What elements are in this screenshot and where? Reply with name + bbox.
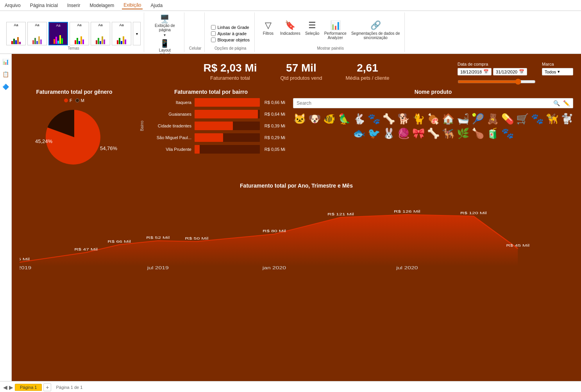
product-icon-11[interactable]: 🛁 <box>457 113 469 125</box>
bar-track-1[interactable] <box>195 110 260 118</box>
pie-label-right: 54,76% <box>100 145 117 151</box>
sidebar-icon-table[interactable]: 📋 <box>1 70 11 79</box>
product-icon-9[interactable]: 🍖 <box>427 113 440 125</box>
product-icon-26[interactable]: 🌿 <box>457 127 469 140</box>
sidebar-icon-model[interactable]: 🔷 <box>1 82 11 91</box>
bar-track-3[interactable] <box>195 133 260 142</box>
product-icon-14[interactable]: 💊 <box>501 113 514 125</box>
bar-label-3: São Miguel Paul... <box>145 135 191 140</box>
calendar-start-icon[interactable]: 📅 <box>483 69 489 74</box>
indicadores-icon: 🔖 <box>285 20 295 30</box>
product-icon-13[interactable]: 🧸 <box>486 113 499 125</box>
search-icon[interactable]: 🔍 <box>553 100 560 106</box>
bar-track-2[interactable] <box>195 122 260 130</box>
kpi-media: 2,61 Média pets / cliente <box>345 62 389 81</box>
edit-icon[interactable]: ✏️ <box>563 100 570 106</box>
point-label-6: R$ 121 Mil <box>327 212 354 217</box>
menu-ajuda[interactable]: Ajuda <box>149 2 164 9</box>
theme-6[interactable]: Aa <box>112 22 131 45</box>
theme-dropdown[interactable]: ▾ <box>133 22 141 45</box>
product-icon-25[interactable]: 🐕‍🦺 <box>442 127 454 140</box>
ajustar-grade-check[interactable]: Ajustar à grade <box>211 31 250 36</box>
product-icon-21[interactable]: 🐰 <box>383 127 395 140</box>
point-label-7: R$ 126 Mil <box>394 209 420 214</box>
product-icon-22[interactable]: 🧶 <box>397 127 410 140</box>
product-icon-8[interactable]: 🐈 <box>412 113 425 125</box>
calendar-end-icon[interactable]: 📅 <box>519 69 524 74</box>
menu-bar: Arquivo Página Inicial Inserir Modelagem… <box>0 0 581 11</box>
product-icon-1[interactable]: 🐶 <box>308 113 321 125</box>
kpi-media-value: 2,61 <box>345 62 389 74</box>
bar-label-2: Cidade tiradentes <box>145 124 191 128</box>
bar-track-0[interactable] <box>195 98 260 107</box>
date-range-slider[interactable] <box>458 79 536 85</box>
bloquear-objetos-check[interactable]: Bloquear objetos <box>211 38 250 42</box>
exibicao-btn[interactable]: 🖥️ Exibição de página ▾ <box>152 14 178 38</box>
mostrar-label: Mostrar painéis <box>317 46 344 50</box>
menu-inserir[interactable]: Inserir <box>66 2 82 9</box>
bar-row-2: Cidade tiradentes R$ 0,39 Mi <box>145 122 285 130</box>
theme-1[interactable]: Aa <box>6 22 26 45</box>
filtros-btn[interactable]: ▽ Filtros <box>259 19 277 45</box>
ajustar-grade-input[interactable] <box>211 31 216 36</box>
product-icon-19[interactable]: 🐟 <box>353 127 365 140</box>
performance-label: Performance Analyzer <box>324 31 347 40</box>
product-icon-2[interactable]: 🐠 <box>323 113 336 125</box>
product-icon-5[interactable]: 🐾 <box>368 113 380 125</box>
linhas-grade-check[interactable]: Linhas de Grade <box>211 25 250 30</box>
sidebar: 📊 📋 🔷 <box>0 54 12 381</box>
bar-track-4[interactable] <box>195 145 260 154</box>
bar-row-4: Vila Prudente R$ 0,05 Mi <box>145 145 285 154</box>
bloquear-objetos-input[interactable] <box>211 38 216 42</box>
product-icon-27[interactable]: 🍗 <box>472 127 484 140</box>
brand-select[interactable]: Todos ▾ <box>542 68 573 75</box>
indicadores-btn[interactable]: 🔖 Indicadores <box>279 19 302 45</box>
product-icon-29[interactable]: 🐾 <box>501 127 514 140</box>
bar-row-0: Itaquera R$ 0,66 Mi <box>145 98 285 107</box>
page-tab-1[interactable]: Página 1 <box>15 384 42 391</box>
product-icon-0[interactable]: 🐱 <box>293 113 306 125</box>
performance-btn[interactable]: 📊 Performance Analyzer <box>323 19 348 45</box>
search-input[interactable] <box>297 100 550 106</box>
product-icon-12[interactable]: 🎾 <box>472 113 484 125</box>
theme-3[interactable]: Aa <box>48 22 68 45</box>
performance-icon: 📊 <box>330 20 341 30</box>
menu-modelagem[interactable]: Modelagem <box>88 2 116 9</box>
product-title: Nome produto <box>293 89 573 95</box>
product-icon-6[interactable]: 🦴 <box>383 113 395 125</box>
menu-pagina-inicial[interactable]: Página Inicial <box>29 2 59 9</box>
product-icon-4[interactable]: 🐇 <box>353 113 365 125</box>
product-icon-28[interactable]: 🧃 <box>486 127 499 140</box>
product-icon-15[interactable]: 🛒 <box>516 113 529 125</box>
linhas-grade-input[interactable] <box>211 25 216 30</box>
menu-arquivo[interactable]: Arquivo <box>3 2 22 9</box>
filter-marca: Marca Todos ▾ <box>542 62 573 86</box>
prev-page-btn[interactable]: ◀ <box>3 384 7 390</box>
pie-title: Faturamento total por gênero <box>20 89 129 95</box>
theme-2[interactable]: Aa <box>27 22 47 45</box>
next-page-btn[interactable]: ▶ <box>9 384 13 390</box>
product-icon-23[interactable]: 🎀 <box>412 127 425 140</box>
product-icon-17[interactable]: 🦮 <box>546 113 558 125</box>
theme-4[interactable]: Aa <box>70 22 89 45</box>
product-icon-20[interactable]: 🐦 <box>368 127 380 140</box>
product-icon-7[interactable]: 🐕 <box>397 113 410 125</box>
product-icon-3[interactable]: 🦜 <box>338 113 350 125</box>
product-icon-24[interactable]: 🦴 <box>427 127 440 140</box>
product-icon-16[interactable]: 🐾 <box>531 113 543 125</box>
product-icon-18[interactable]: 🐩 <box>561 113 573 125</box>
filter-data-inputs: 18/12/2018 📅 31/12/2020 📅 <box>458 68 536 75</box>
pie-svg <box>43 106 105 168</box>
temas-label: Temas <box>68 46 79 50</box>
filter-data: Data de compra 18/12/2018 📅 31/12/2020 📅 <box>458 62 536 86</box>
selecao-btn[interactable]: ☰ Seleção <box>304 19 321 45</box>
product-icon-10[interactable]: 🏠 <box>442 113 454 125</box>
date-end-box[interactable]: 31/12/2020 📅 <box>493 68 527 75</box>
exibicao-icon: 🖥️ <box>160 15 170 23</box>
add-page-btn[interactable]: + <box>43 383 51 391</box>
date-start-box[interactable]: 18/12/2018 📅 <box>458 68 492 75</box>
segmentacoes-btn[interactable]: 🔗 Segmentações de dados de sincronização <box>350 19 402 45</box>
sidebar-icon-bar[interactable]: 📊 <box>1 57 11 66</box>
theme-5[interactable]: Aa <box>91 22 110 45</box>
menu-exibicao[interactable]: Exibição <box>122 2 143 9</box>
